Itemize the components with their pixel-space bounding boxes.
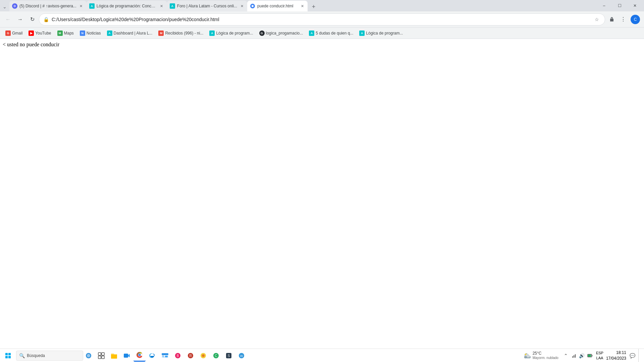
svg-text:S: S (228, 354, 230, 358)
bookmark-favicon-5dudas: A (309, 31, 314, 36)
bookmark-label-logica2: Lógica de program... (366, 31, 403, 36)
bookmark-label-gmail: Gmail (12, 31, 22, 36)
svg-rect-12 (124, 354, 128, 358)
weather-desc: Mayorm. nublado (533, 356, 558, 360)
file-explorer-button[interactable] (108, 350, 120, 362)
address-bar[interactable]: 🔒 C:/Users/casti/Desktop/Logica%20de%20P… (39, 13, 605, 25)
svg-text:B: B (177, 354, 179, 358)
toolbar-right: ⋮ C (606, 14, 641, 25)
tray-chevron[interactable]: ⌃ (562, 352, 569, 359)
maximize-button[interactable]: ☐ (612, 0, 627, 11)
page-main-text: < usted no puede conducir (3, 42, 641, 48)
browser-tab-2[interactable]: A Lógica de programación: Conce... ✕ (87, 1, 167, 11)
forward-button[interactable]: → (15, 14, 25, 25)
bookmark-dashboard-alura[interactable]: A Dashboard | Alura L... (104, 29, 155, 38)
taskbar-right: 25°C Mayorm. nublado ⌃ 🔊 (523, 349, 643, 362)
bookmark-logica2[interactable]: A Lógica de program... (357, 29, 406, 38)
svg-rect-4 (5, 356, 8, 358)
bookmark-label-maps: Maps (64, 31, 74, 36)
bookmark-label-github: logica_progamacio... (266, 31, 303, 36)
back-button[interactable]: ← (3, 14, 13, 25)
task-view-button[interactable] (95, 350, 107, 362)
minimize-button[interactable]: – (596, 0, 612, 11)
svg-rect-18 (162, 356, 164, 356)
bookmark-5dudas[interactable]: A 5 dudas de quien q... (306, 29, 356, 38)
bookmark-gmail[interactable]: G Gmail (3, 29, 25, 38)
bookmark-maps[interactable]: M Maps (55, 29, 76, 38)
browser-tab-3[interactable]: A Foro | Alura Latam - Cursos onli... ✕ (167, 1, 247, 11)
meet-button[interactable] (121, 350, 133, 362)
svg-rect-11 (102, 356, 104, 359)
app8-button[interactable]: R (184, 350, 197, 362)
bookmark-favicon-dashboard: A (107, 31, 112, 36)
bookmark-youtube[interactable]: ▶ YouTube (26, 29, 54, 38)
bookmark-favicon-recibidos: M (158, 31, 164, 36)
customize-button[interactable]: ⋮ (618, 14, 629, 25)
notification-button[interactable]: 💬 (629, 352, 636, 359)
title-bar: ⌄ D (5) Discord | # ↑avisos-genera... ✕ … (0, 0, 644, 11)
browser-tab-4[interactable]: puede conducir.html ✕ (247, 1, 308, 11)
start-button[interactable] (1, 349, 15, 362)
security-icon: 🔒 (43, 17, 49, 22)
svg-rect-34 (572, 356, 573, 358)
svg-point-1 (252, 5, 254, 7)
windows-explorer-button[interactable] (159, 350, 171, 362)
new-tab-button[interactable]: + (309, 2, 318, 11)
cortana-button[interactable] (85, 352, 93, 360)
bookmark-recibidos[interactable]: M Recibidos (996) - ni... (156, 29, 206, 38)
svg-rect-3 (8, 353, 11, 355)
taskbar-search-text: Búsqueda (27, 353, 45, 358)
svg-rect-10 (98, 356, 101, 359)
tab-favicon-2: A (89, 3, 95, 9)
tab-title-3: Foro | Alura Latam - Cursos onli... (177, 4, 237, 8)
bookmark-favicon-noticias: N (80, 31, 85, 36)
profile-button[interactable]: C (631, 15, 640, 24)
browser-tab-1[interactable]: D (5) Discord | # ↑avisos-genera... ✕ (9, 1, 87, 11)
bookmark-favicon-maps: M (57, 31, 63, 36)
taskbar-lang[interactable]: ESP LAA (596, 351, 603, 360)
svg-rect-20 (165, 356, 168, 357)
bookmark-label-dashboard: Dashboard | Alura L... (114, 31, 153, 36)
app11-button[interactable]: S (223, 350, 235, 362)
app9-button[interactable] (197, 350, 209, 362)
taskbar-search-box[interactable]: 🔍 Búsqueda (16, 351, 83, 361)
tab-close-1[interactable]: ✕ (78, 3, 84, 9)
tab-close-2[interactable]: ✕ (159, 3, 164, 9)
browser-window: ⌄ D (5) Discord | # ↑avisos-genera... ✕ … (0, 0, 644, 362)
taskbar: 🔍 Búsqueda (0, 349, 644, 362)
taskbar-weather[interactable]: 25°C Mayorm. nublado (523, 351, 560, 360)
tray-volume[interactable]: 🔊 (579, 352, 585, 359)
svg-rect-5 (8, 356, 11, 358)
bookmark-github[interactable]: G logica_progamacio... (257, 29, 306, 38)
tab-close-3[interactable]: ✕ (239, 3, 245, 9)
extensions-button[interactable] (606, 14, 617, 25)
bookmark-label-logica1: Lógica de program... (216, 31, 253, 36)
bookmark-page-button[interactable]: ☆ (593, 15, 601, 23)
reload-button[interactable]: ↻ (27, 14, 38, 25)
system-tray: ⌃ 🔊 (562, 352, 593, 359)
tray-network[interactable] (571, 352, 577, 359)
show-desktop-button[interactable] (638, 349, 640, 362)
tab-close-4[interactable]: ✕ (300, 3, 305, 9)
bookmark-logica1[interactable]: A Lógica de program... (207, 29, 256, 38)
app7-button[interactable]: B (172, 350, 184, 362)
close-button[interactable]: ✕ (627, 0, 643, 11)
app12-button[interactable]: W (235, 350, 248, 362)
taskbar-clock[interactable]: 18:11 17/04/2023 (606, 350, 626, 361)
svg-text:W: W (240, 354, 243, 358)
chrome-app-button[interactable] (133, 350, 146, 362)
bookmark-label-youtube: YouTube (35, 31, 51, 36)
lang-code: ESP (596, 351, 603, 355)
svg-rect-39 (588, 355, 591, 357)
tray-battery[interactable] (587, 352, 593, 359)
bookmark-favicon-gmail: G (5, 31, 11, 36)
edge-app-button[interactable] (146, 350, 158, 362)
tab-title-2: Lógica de programación: Conce... (97, 4, 157, 8)
svg-rect-17 (162, 353, 168, 355)
tab-overflow-button[interactable]: ⌄ (0, 2, 9, 11)
app10-button[interactable]: C (210, 350, 222, 362)
svg-rect-19 (162, 357, 164, 357)
svg-point-7 (87, 354, 90, 357)
bookmark-label-recibidos: Recibidos (996) - ni... (165, 31, 203, 36)
bookmark-noticias[interactable]: N Noticias (77, 29, 104, 38)
